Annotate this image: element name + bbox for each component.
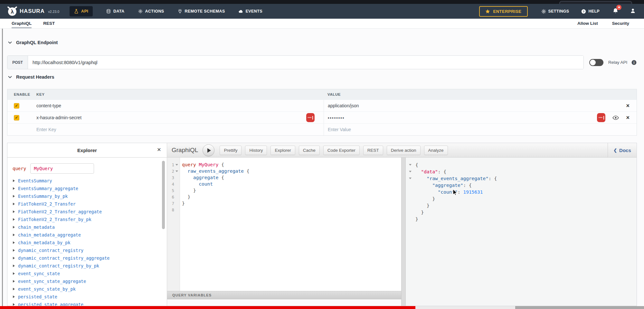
subtab-graphiql[interactable]: GraphiQL [12,19,32,28]
subtab-rest[interactable]: REST [43,19,55,28]
explorer-field-item[interactable]: FiatTokenV2_2_Transfer_aggregate [7,208,167,216]
toolbar-button-analyze[interactable]: Analyze [424,146,448,155]
explorer-scrollbar[interactable] [162,161,165,229]
execute-query-button[interactable] [203,144,214,156]
masked-badge-icon[interactable]: ••• [597,113,605,122]
gear-icon [138,9,143,14]
fold-caret[interactable] [408,178,413,179]
operation-type-label: query [13,166,26,171]
fold-caret[interactable] [408,171,413,172]
explorer-field-item[interactable]: chain_metadata [7,223,167,231]
fold-caret[interactable] [408,164,413,166]
nav-tab-api[interactable]: API [70,6,93,16]
cloud-icon [239,9,243,14]
close-icon[interactable]: × [157,146,161,153]
fold-caret[interactable] [174,164,179,166]
code-token: { [219,175,224,180]
explorer-field-item[interactable]: FiatTokenV2_2_Transfer [7,200,167,208]
toolbar-button-explorer[interactable]: Explorer [270,146,295,155]
operation-name-input[interactable] [30,163,94,174]
docs-button[interactable]: ❮ Docs [608,143,637,157]
nav-tab-remote-schemas[interactable]: REMOTE SCHEMAS [178,6,225,16]
info-icon[interactable]: i [631,60,637,65]
query-editor[interactable]: 1query MyQuery {2 raw_events_aggregate {… [167,158,401,306]
remove-header-icon[interactable]: × [626,103,630,109]
code-token: { [244,169,249,174]
explorer-field-item[interactable]: EventsSummary [7,177,167,185]
explorer-field-item[interactable]: FiatTokenV2_2_Transfer_by_pk [7,216,167,223]
header-enabled-checkbox[interactable]: ✓ [14,115,19,121]
nav-tab-actions[interactable]: ACTIONS [138,6,164,16]
eye-icon[interactable] [612,115,619,120]
toolbar-button-code-exporter[interactable]: Code Exporter [323,146,360,155]
nav-tab-label: DATA [113,9,124,14]
table-header-row: ENABLE KEY VALUE [7,89,637,100]
nav-tab-data[interactable]: DATA [106,6,124,16]
query-variables-editor[interactable] [167,299,401,306]
caret-right-icon [13,218,15,221]
hasura-logo-icon: λ [7,6,17,16]
progress-segment-2 [515,306,644,309]
enterprise-button[interactable]: ENTERPRISE [479,6,527,17]
row-icons: •••× [597,113,630,122]
new-header-value-input[interactable] [328,127,599,132]
caret-right-icon [13,272,15,275]
explorer-field-item[interactable]: dynamic_contract_registry_aggregate [7,254,167,262]
query-variables-bar[interactable]: QUERY VARIABLES [167,291,401,299]
explorer-field-item[interactable]: dynamic_contract_registry_by_pk [7,262,167,270]
toolbar-button-rest[interactable]: REST [363,146,383,155]
code-token [415,169,421,174]
subtab-security[interactable]: Security [612,19,629,28]
toolbar-button-cache[interactable]: Cache [299,146,320,155]
graphql-endpoint-section-header[interactable]: GraphQL Endpoint [8,40,58,45]
editor-line: 4 count [167,181,401,187]
relay-api-toggle[interactable] [589,59,603,66]
pane-divider[interactable] [401,158,406,306]
toolbar-button-prettify[interactable]: Prettify [220,146,242,155]
remove-header-icon[interactable]: × [626,115,630,121]
caret-down-icon [409,171,412,172]
flask-icon [74,9,79,14]
explorer-field-item[interactable]: EventsSummary_aggregate [7,185,167,192]
request-headers-section-header[interactable]: Request Headers [8,74,54,80]
help-button[interactable]: ? HELP [581,9,600,14]
settings-button[interactable]: SETTINGS [541,9,569,14]
masked-badge-icon[interactable]: ••• [306,113,315,122]
explorer-field-item[interactable]: persisted_state [7,293,167,301]
response-line: } [406,216,637,222]
fold-caret[interactable] [174,170,179,172]
code-token [182,181,199,187]
response-line: } [406,202,637,209]
editor-code[interactable]: 1query MyQuery {2 raw_events_aggregate {… [167,161,401,213]
explorer-field-item[interactable]: chain_metadata_by_pk [7,239,167,246]
toolbar-button-history[interactable]: History [245,146,267,155]
enterprise-label: ENTERPRISE [493,9,521,14]
explorer-field-item[interactable]: event_sync_state_aggregate [7,277,167,285]
code-token: count [199,181,213,187]
header-enabled-checkbox[interactable]: ✓ [14,103,19,109]
enable-cell: ✓ [7,103,36,109]
response-line: "raw_events_aggregate": { [406,175,637,182]
svg-text:λ: λ [11,9,14,15]
notifications-button[interactable] [612,8,619,15]
toolbar-button-derive-action[interactable]: Derive action [387,146,421,155]
explorer-field-item[interactable]: persisted_state_aggregate [7,301,167,306]
explorer-field-item[interactable]: EventsSummary_by_pk [7,192,167,200]
explorer-field-item[interactable]: event_sync_state_by_pk [7,285,167,293]
new-header-key-input[interactable] [36,127,287,132]
code-token: { [415,162,418,168]
subtab-allow-list[interactable]: Allow List [577,19,598,28]
row-icons: × [626,103,630,109]
gear-icon [541,9,546,14]
nav-tab-events[interactable]: EVENTS [239,6,262,16]
nav-tab-label: EVENTS [246,9,262,14]
video-progress-bar[interactable] [0,306,644,309]
explorer-field-item[interactable]: dynamic_contract_registry [7,246,167,254]
field-name: EventsSummary_aggregate [18,186,78,191]
top-letterbox-strip [0,0,644,4]
graphql-endpoint-input[interactable] [28,56,583,69]
response-line: { [406,161,637,168]
explorer-field-item[interactable]: event_sync_state [7,270,167,277]
user-menu-button[interactable] [630,8,636,15]
explorer-field-item[interactable]: chain_metadata_aggregate [7,231,167,239]
